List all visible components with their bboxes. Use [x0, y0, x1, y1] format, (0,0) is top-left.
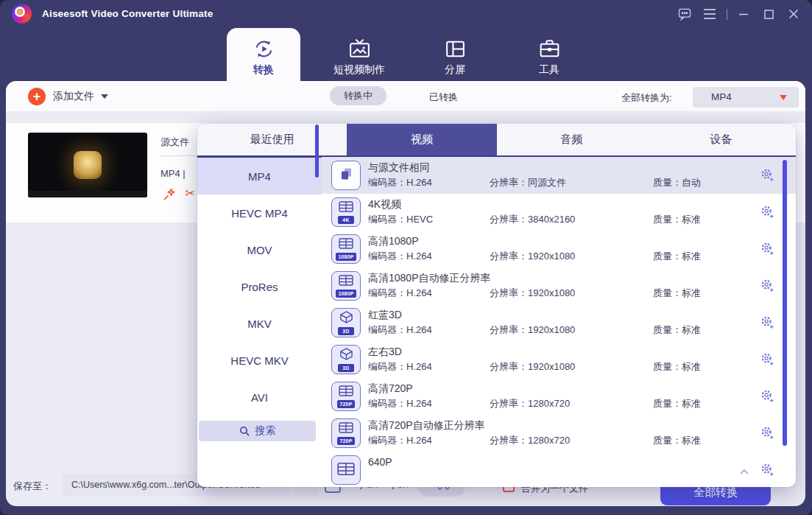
quality-label: 质量： — [653, 251, 682, 262]
format-name: 红蓝3D — [368, 309, 402, 322]
film-icon — [339, 238, 353, 252]
add-files-button[interactable]: + 添加文件 — [28, 86, 108, 107]
quality-value: 标准 — [682, 251, 701, 262]
format-name: 高清1080P自动修正分辨率 — [368, 272, 490, 285]
window-controls — [672, 0, 806, 28]
quality-value: 标准 — [682, 324, 701, 335]
format-panel-tab[interactable]: 视频 — [347, 124, 496, 155]
format-row[interactable]: 640P 编码器： 分辨率： 质量： — [322, 452, 796, 487]
sidebar-format-item[interactable]: MKV — [197, 305, 322, 342]
resolution-label: 分辨率： — [490, 435, 528, 446]
quality-label: 质量： — [653, 324, 682, 335]
format-row[interactable]: 1080P 高清1080P自动修正分辨率 编码器：H.264 分辨率：1920x… — [322, 267, 796, 304]
format-name: 与源文件相同 — [368, 161, 430, 175]
resolution-label: 分辨率： — [490, 324, 528, 335]
chevron-up-icon — [740, 464, 749, 477]
film-icon — [337, 462, 355, 479]
search-label: 搜索 — [255, 424, 276, 438]
format-panel-tab[interactable]: 设备 — [646, 124, 796, 155]
cut-scissors-icon[interactable]: ✂ — [185, 186, 195, 201]
resolution-value: 同源文件 — [528, 177, 566, 188]
status-tab[interactable]: 转换中 — [330, 86, 386, 105]
format-panel-tab[interactable]: 音频 — [497, 124, 646, 155]
quality-label: 质量： — [653, 287, 682, 298]
chevron-down-icon — [780, 95, 787, 100]
format-panel-tabs: 最近使用视频音频设备 — [197, 124, 796, 155]
format-row[interactable]: 720P 高清720P自动修正分辨率 编码器：H.264 分辨率：1280x72… — [322, 415, 796, 452]
app-window: Aiseesoft Video Converter Ultimate 转换 短视… — [0, 0, 812, 515]
toolbar: + 添加文件 转换中已转换 全部转换为: MP4 — [6, 81, 805, 111]
sidebar-format-item[interactable]: MOV — [197, 231, 322, 268]
resolution-value: 1280x720 — [528, 435, 570, 446]
format-row[interactable]: 4K 4K视频 编码器：HEVC 分辨率：3840x2160 质量：标准 — [322, 194, 796, 231]
search-button[interactable]: 搜索 — [199, 421, 316, 441]
output-format-dropdown[interactable]: MP4 — [693, 87, 799, 108]
encoder-label: 编码器： — [368, 177, 406, 188]
sidebar-scrollbar[interactable] — [315, 125, 319, 178]
encoder-label: 编码器： — [368, 361, 406, 372]
format-badge: 3D — [338, 327, 354, 335]
settings-gear-icon[interactable] — [760, 426, 774, 443]
settings-gear-icon[interactable] — [760, 389, 774, 406]
nav-tab-0[interactable]: 转换 — [227, 28, 300, 83]
quality-label: 质量： — [653, 398, 682, 409]
format-row[interactable]: 720P 高清720P 编码器：H.264 分辨率：1280x720 质量：标准 — [322, 378, 796, 415]
format-badge: 1080P — [336, 253, 356, 261]
convert-all-button-label: 全部转换 — [693, 486, 738, 500]
nav-tab-2[interactable]: 分屏 — [431, 28, 479, 83]
feedback-icon[interactable] — [672, 0, 697, 28]
close-icon[interactable] — [781, 0, 806, 28]
encoder-value: H.264 — [406, 398, 432, 409]
settings-gear-icon[interactable] — [760, 463, 774, 480]
format-panel-tab[interactable]: 最近使用 — [197, 124, 347, 155]
split-screen-icon — [443, 36, 467, 61]
resolution-value: 1280x720 — [528, 398, 570, 409]
film-icon — [339, 201, 353, 215]
encoder-value: H.264 — [406, 361, 432, 372]
encoder-value: HEVC — [406, 214, 433, 225]
format-list: 与源文件相同 编码器：H.264 分辨率：同源文件 质量：自动 4K 4K视频 … — [322, 157, 796, 487]
resolution-value: 1920x1080 — [528, 287, 575, 298]
format-name: 左右3D — [368, 346, 402, 359]
quality-value: 标准 — [682, 398, 701, 409]
sidebar-format-item[interactable]: HEVC MKV — [197, 342, 322, 379]
settings-gear-icon[interactable] — [760, 315, 774, 332]
app-logo-icon — [12, 4, 32, 24]
source-format-info: MP4 | — [160, 168, 186, 179]
nav-tab-label: 转换 — [253, 63, 274, 77]
sidebar-format-item[interactable]: ProRes — [197, 268, 322, 305]
format-name: 高清1080P — [368, 235, 418, 248]
list-scrollbar[interactable] — [783, 160, 787, 446]
sidebar-format-item[interactable]: MP4 — [197, 158, 322, 195]
search-icon — [239, 426, 250, 436]
settings-gear-icon[interactable] — [760, 205, 774, 222]
output-format-value: MP4 — [711, 91, 732, 102]
sidebar-format-item[interactable]: AVI — [197, 379, 322, 416]
encoder-label: 编码器： — [368, 251, 406, 262]
convert-all-label: 全部转换为: — [621, 91, 672, 105]
enhance-wand-icon[interactable] — [162, 187, 177, 205]
status-tab[interactable]: 已转换 — [429, 91, 458, 104]
format-row[interactable]: 与源文件相同 编码器：H.264 分辨率：同源文件 质量：自动 — [322, 157, 796, 194]
nav-tab-1[interactable]: 短视频制作 — [315, 28, 403, 83]
divider — [160, 155, 199, 156]
quality-value: 标准 — [682, 214, 701, 225]
encoder-label: 编码器： — [368, 287, 406, 298]
quality-value: 标准 — [682, 435, 701, 446]
encoder-label: 编码器： — [368, 214, 406, 225]
menu-icon[interactable] — [697, 0, 722, 28]
maximize-icon[interactable] — [756, 0, 781, 28]
nav-tab-3[interactable]: 工具 — [526, 28, 573, 83]
format-badge: 4K — [338, 216, 354, 224]
format-row[interactable]: 3D 左右3D 编码器：H.264 分辨率：1920x1080 质量：标准 — [322, 341, 796, 378]
resolution-value: 1920x1080 — [528, 251, 575, 262]
format-row[interactable]: 1080P 高清1080P 编码器：H.264 分辨率：1920x1080 质量… — [322, 231, 796, 267]
settings-gear-icon[interactable] — [760, 242, 774, 259]
sidebar-format-item[interactable]: HEVC MP4 — [197, 195, 322, 231]
minimize-icon[interactable] — [731, 0, 756, 28]
settings-gear-icon[interactable] — [760, 352, 774, 369]
settings-gear-icon[interactable] — [760, 278, 774, 295]
settings-gear-icon[interactable] — [760, 168, 774, 185]
chevron-down-icon — [101, 94, 108, 99]
format-row[interactable]: 3D 红蓝3D 编码器：H.264 分辨率：1920x1080 质量：标准 — [322, 304, 796, 341]
